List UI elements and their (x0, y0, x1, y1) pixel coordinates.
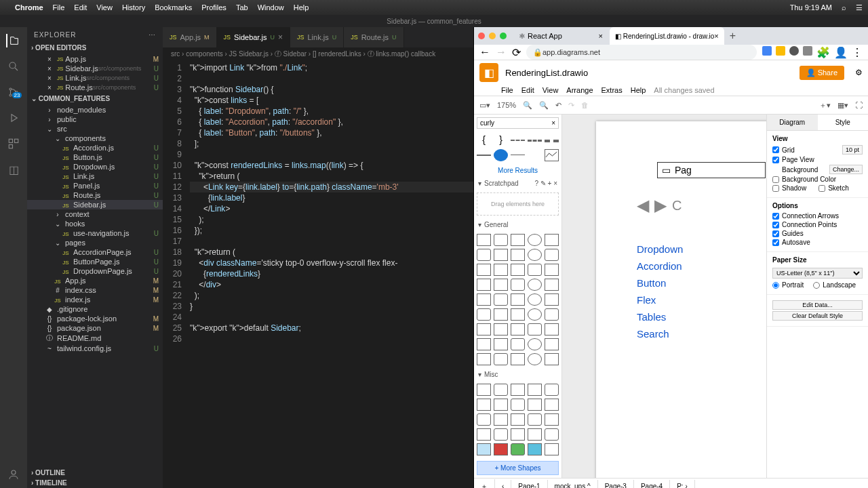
shape[interactable] (528, 338, 542, 350)
shape[interactable] (477, 428, 491, 441)
delete-icon[interactable]: 🗑 (581, 101, 589, 109)
more-shapes-button[interactable]: + More Shapes (477, 461, 559, 475)
shape[interactable] (545, 399, 559, 411)
shape[interactable] (477, 264, 491, 276)
shape[interactable] (494, 264, 508, 276)
shape[interactable] (528, 353, 542, 365)
profile-icon[interactable]: 👤 (834, 46, 848, 59)
shape[interactable] (494, 249, 508, 261)
shape[interactable] (477, 249, 491, 261)
tree-item[interactable]: JSLink.jsU (27, 171, 163, 181)
tree-item[interactable]: ›public (27, 115, 163, 124)
zoom-in-icon[interactable]: 🔍 (523, 101, 532, 110)
extension-icon[interactable] (762, 46, 772, 56)
shape[interactable] (494, 308, 508, 321)
shape[interactable] (494, 443, 508, 455)
control-center-icon[interactable]: ☰ (856, 3, 863, 12)
gear-icon[interactable]: ⚙ (855, 68, 863, 77)
fullscreen-icon[interactable]: ⛶ (855, 101, 863, 109)
forward-icon[interactable]: → (496, 46, 507, 58)
zoom-level[interactable]: 175% (497, 101, 516, 109)
shape[interactable] (511, 293, 525, 306)
browser-tab[interactable]: ◧ RenderingList.drawio - draw.io× (610, 27, 724, 45)
bgcolor-checkbox[interactable] (772, 176, 779, 183)
tab-style[interactable]: Style (818, 115, 869, 130)
tree-item[interactable]: JSButton.jsU (27, 152, 163, 162)
grid-checkbox[interactable] (772, 146, 779, 153)
shape[interactable] (511, 234, 525, 246)
open-editors-header[interactable]: › OPEN EDITORS (27, 43, 163, 53)
tree-item[interactable]: JSDropdownPage.jsU (27, 266, 163, 276)
shape[interactable] (528, 384, 542, 396)
pageview-checkbox[interactable] (772, 157, 779, 163)
editor-tab[interactable]: JSLink.js U (290, 27, 344, 47)
tree-item[interactable]: #index.cssM (27, 285, 163, 295)
shape[interactable] (528, 308, 542, 321)
more-icon[interactable]: ⋯ (149, 31, 156, 39)
debug-icon[interactable] (7, 111, 20, 125)
shape[interactable] (511, 428, 525, 441)
tree-item[interactable]: ›context (27, 209, 163, 219)
shape[interactable] (511, 384, 525, 396)
app-name[interactable]: Chrome (15, 3, 43, 12)
more-results-link[interactable]: More Results (474, 164, 561, 177)
shape[interactable] (477, 234, 491, 246)
outline-header[interactable]: › OUTLINE (27, 468, 163, 478)
close-icon[interactable]: × (714, 32, 718, 40)
tree-item[interactable]: ~tailwind.config.jsU (27, 344, 163, 353)
shape[interactable] (528, 293, 542, 306)
back-icon[interactable]: ← (479, 46, 490, 58)
shape[interactable] (528, 399, 542, 411)
open-editor-item[interactable]: ×JSLink.js src/componentsU (27, 73, 163, 83)
shape[interactable] (477, 443, 491, 455)
shape[interactable] (511, 264, 525, 276)
tree-item[interactable]: ⓘREADME.md (27, 333, 163, 344)
shape[interactable] (528, 428, 542, 441)
shape[interactable] (528, 234, 542, 246)
tree-item[interactable]: {}package-lock.jsonM (27, 314, 163, 323)
shape[interactable] (494, 293, 508, 306)
redo-icon[interactable]: ↷ (568, 101, 574, 110)
sketch-checkbox[interactable] (818, 185, 825, 192)
tree-item[interactable]: JSAccordion.jsU (27, 143, 163, 152)
drawio-canvas[interactable]: ▭ Pag ◀▶C DropdownAccordionButtonFlexTab… (562, 115, 766, 478)
tree-item[interactable]: ◆.gitignore (27, 304, 163, 314)
share-button[interactable]: 👤 Share (800, 66, 844, 80)
scratchpad-drop[interactable]: Drag elements here (477, 192, 559, 216)
editor-tab[interactable]: JSApp.js M (163, 27, 217, 47)
tree-item[interactable]: {}package.jsonM (27, 323, 163, 333)
account-icon[interactable] (7, 468, 20, 481)
clear-icon[interactable]: × (551, 119, 555, 127)
docker-icon[interactable]: ◫ (7, 163, 20, 176)
shape[interactable] (511, 443, 525, 455)
shape[interactable] (494, 413, 508, 426)
editor-tab[interactable]: JSRoute.js U (344, 27, 403, 47)
tab-diagram[interactable]: Diagram (767, 115, 818, 130)
shape[interactable] (477, 399, 491, 411)
tree-item[interactable]: JSButtonPage.jsU (27, 257, 163, 266)
shape[interactable] (545, 353, 559, 365)
shape[interactable] (545, 279, 559, 291)
shape[interactable] (545, 323, 559, 336)
open-editor-item[interactable]: ×JSRoute.js src/componentsU (27, 83, 163, 92)
shape[interactable] (477, 353, 491, 365)
shape[interactable] (545, 293, 559, 306)
doc-title[interactable]: RenderingList.drawio (505, 68, 588, 78)
extension-icon[interactable] (789, 46, 799, 56)
shape[interactable] (528, 323, 542, 336)
shape[interactable] (494, 323, 508, 336)
address-bar[interactable]: 🔒 app.diagrams.net (526, 45, 757, 60)
misc-header[interactable]: ▾ Misc (474, 368, 561, 381)
new-tab-icon[interactable]: + (730, 30, 736, 42)
shape[interactable] (494, 338, 508, 350)
tree-item[interactable]: ⌄src (27, 124, 163, 134)
extensions-icon[interactable]: 🧩 (816, 46, 830, 59)
tree-item[interactable]: JSPanel.jsU (27, 181, 163, 190)
reload-icon[interactable]: ⟳ (512, 46, 521, 59)
scm-icon[interactable]: 23 (7, 85, 20, 99)
open-editor-item[interactable]: ×JSApp.js M (27, 54, 163, 64)
page-menu-icon[interactable]: ‹ (495, 480, 511, 488)
menu-icon[interactable]: ⋮ (852, 46, 863, 59)
clear-style-button[interactable]: Clear Default Style (772, 311, 863, 321)
wireframe-nav[interactable]: ◀▶C (637, 196, 682, 215)
